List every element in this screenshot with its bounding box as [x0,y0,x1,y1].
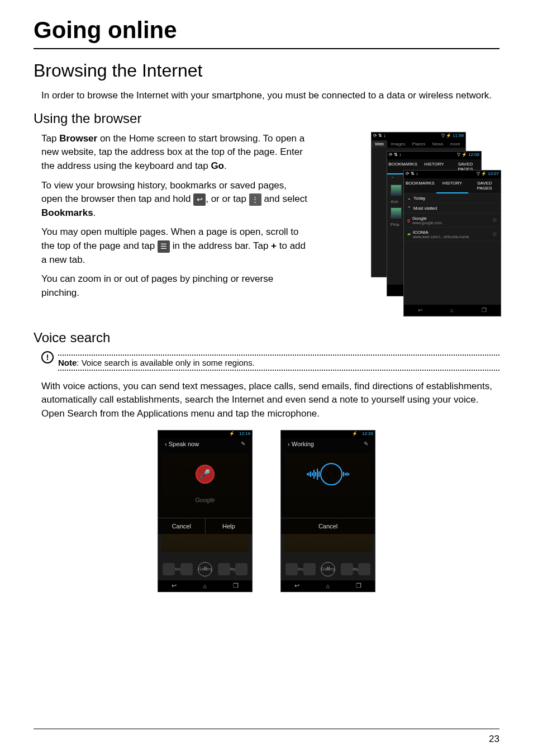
google-tab-more[interactable]: more [447,140,464,148]
status-icons: ⟳ ⇅ ↓ [373,133,386,140]
status-time: 12:20 [362,431,373,436]
google-tab-web[interactable]: Web [372,140,387,148]
dock-camera-icon[interactable] [358,563,370,575]
dock-phone-icon[interactable] [163,563,175,575]
nav-home-icon[interactable]: ⌂ [203,583,207,589]
chapter-title: Going online [34,17,499,49]
page-number: 23 [489,734,499,745]
browser-p2: To view your browsing history, bookmarks… [41,179,310,220]
section-title-browsing: Browsing the Internet [34,60,499,81]
dock-msg-icon[interactable] [180,563,193,575]
note-callout: ! Note: Voice search is available only i… [41,351,499,374]
status-right: ▽ ⚡ ▮ [347,431,360,436]
status-time: 12:08 [468,152,479,157]
tab-bookmarks[interactable]: BOOKMARKS [404,178,436,193]
status-icons: ⟳ ⇅ ↓ [406,171,418,178]
dock-browser-icon[interactable] [341,563,353,575]
back-arrow-icon: ↩ [193,193,206,206]
google-tab-places[interactable]: Places [409,140,429,148]
browser-p1: Tap Browser on the Home screen to start … [41,132,310,173]
nav-recent-icon[interactable]: ❐ [356,582,361,589]
nav-back-icon[interactable]: ↩ [294,582,299,589]
status-right: ▽ ⚡ [441,133,451,138]
history-item-google[interactable]: gGooglewww.google.com☆ [404,214,501,228]
dock-apps-icon[interactable]: ⠿ [198,562,212,577]
tab-history[interactable]: HISTORY [436,178,469,193]
nav-back-icon[interactable]: ↩ [418,307,422,313]
dock-msg-icon[interactable] [303,563,316,575]
help-button[interactable]: Help [205,518,253,534]
star-icon[interactable]: ☆ [492,217,497,223]
dock-phone-icon[interactable] [285,563,298,575]
speak-now-label: Speak now [169,441,199,447]
status-time: 11:59 [453,133,464,138]
browser-p3: You may open multiple pages. When a page… [41,225,310,267]
status-icons: ⟳ ⇅ ↓ [389,152,401,159]
tabs-icon: ☰ [158,240,170,253]
google-tab-images[interactable]: Images [387,140,408,148]
thumb-pica: Pica [391,222,399,227]
voice-p1: With voice actions, you can send text me… [41,380,499,421]
history-today[interactable]: Today [413,196,497,201]
google-tab-news[interactable]: News [429,140,447,148]
status-right: ▽ ⚡ [457,152,467,157]
status-time: 12:07 [488,171,499,176]
nav-home-icon[interactable]: ⌂ [326,583,330,589]
alert-icon: ! [41,351,54,363]
subsection-using-browser: Using the browser [34,111,499,126]
working-label: Working [292,441,314,447]
erase-icon[interactable]: ✎ [241,441,245,447]
voice-search-screenshots: ⟳ ↓▽ ⚡ ▮ 12:19 ‹ Speak now✎ 🎤 Google Can… [34,430,499,592]
thumb-ace: Ace [391,199,398,204]
status-right: ▽ ⚡ ▮ [224,431,237,436]
dock-apps-icon[interactable]: ⠿ [321,562,335,577]
footer-rule [34,729,499,729]
voice-working-screenshot: ⟳ ↓▽ ⚡ ▮ 12:20 ‹ Working✎ ◯ Cancel AcerC… [280,430,375,592]
nav-recent-icon[interactable]: ❐ [233,582,239,589]
erase-icon[interactable]: ✎ [364,441,368,447]
dock-camera-icon[interactable] [235,563,248,575]
status-time: 12:19 [239,431,250,436]
star-icon[interactable]: ☆ [492,231,497,237]
cancel-button[interactable]: Cancel [281,518,375,534]
nav-back-icon[interactable]: ↩ [172,582,177,589]
intro-paragraph: In order to browse the Internet with you… [41,89,499,103]
browser-screenshots: ⟳ ⇅ ↓▽ ⚡ 11:59 Web Images Places News mo… [371,132,499,316]
nav-home-icon[interactable]: ⌂ [450,307,454,313]
tab-saved-pages[interactable]: SAVED PAGES [468,178,501,193]
menu-dots-icon: ⋮ [249,193,261,206]
waveform-icon: ◯ [281,452,375,497]
history-item-iconia[interactable]: ▰ICONIAwww.acer.com.t...nt/iconia-home☆ [404,228,501,242]
dock-browser-icon[interactable] [218,563,230,575]
cancel-button[interactable]: Cancel [158,518,205,534]
google-label: Google [158,497,252,503]
voice-speak-now-screenshot: ⟳ ↓▽ ⚡ ▮ 12:19 ‹ Speak now✎ 🎤 Google Can… [158,430,253,592]
browser-p4: You can zoom in or out of pages by pinch… [41,272,310,300]
nav-recent-icon[interactable]: ❐ [482,307,487,313]
history-most-visited[interactable]: Most visited [413,206,497,211]
microphone-icon[interactable]: 🎤 [196,465,215,484]
status-right: ▽ ⚡ [477,171,487,176]
subsection-voice-search: Voice search [34,330,499,346]
